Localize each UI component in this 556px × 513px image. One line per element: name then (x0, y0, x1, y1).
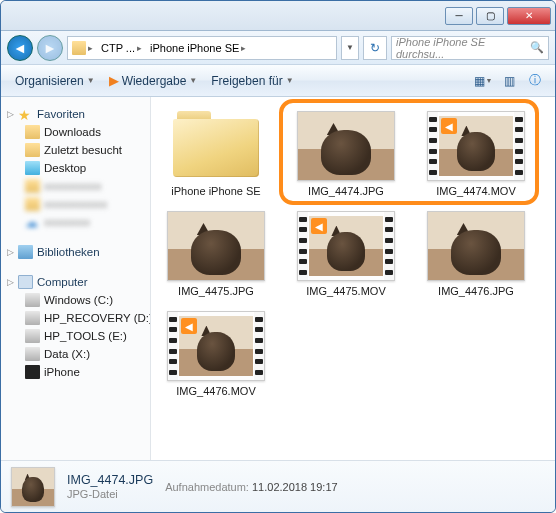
file-folder[interactable]: iPhone iPhone SE (161, 111, 271, 197)
folder-icon (25, 143, 40, 157)
sidebar-blurred-1[interactable]: xxxxxxxxxx (1, 177, 150, 195)
file-img-4474-jpg[interactable]: IMG_4474.JPG (291, 111, 401, 197)
details-thumbnail (11, 467, 55, 507)
thumbnail-video: ◀ (428, 112, 524, 180)
breadcrumb-seg2[interactable]: iPhone iPhone SE▸ (146, 37, 250, 59)
search-icon: 🔍 (530, 41, 544, 54)
folder-icon (25, 197, 40, 211)
large-folder-icon (173, 111, 259, 177)
refresh-button[interactable]: ↻ (363, 36, 387, 60)
play-badge-icon: ◀ (181, 318, 197, 334)
file-img-4474-mov[interactable]: ◀ IMG_4474.MOV (421, 111, 531, 197)
library-icon (18, 245, 33, 259)
details-filetype: JPG-Datei (67, 488, 153, 500)
cloud-icon: ☁ (25, 215, 40, 229)
view-menu[interactable]: ▦▼ (471, 70, 495, 92)
sidebar-desktop[interactable]: Desktop (1, 159, 150, 177)
sidebar-iphone[interactable]: iPhone (1, 363, 150, 381)
organize-menu[interactable]: Organisieren▼ (9, 71, 101, 91)
thumbnail-image (428, 212, 524, 280)
disk-icon (25, 329, 40, 343)
file-label: IMG_4476.MOV (176, 385, 255, 397)
sidebar-drive-x[interactable]: Data (X:) (1, 345, 150, 363)
folder-icon (72, 41, 86, 55)
sidebar: ▷★Favoriten Downloads Zuletzt besucht De… (1, 97, 151, 460)
preview-pane-button[interactable]: ▥ (497, 70, 521, 92)
navbar: ◄ ► ▸ CTP ...▸ iPhone iPhone SE▸ ▼ ↻ iPh… (1, 31, 555, 65)
file-label: iPhone iPhone SE (171, 185, 260, 197)
file-label: IMG_4476.JPG (438, 285, 514, 297)
details-filename: IMG_4474.JPG (67, 473, 153, 487)
file-label: IMG_4474.JPG (308, 185, 384, 197)
file-img-4476-jpg[interactable]: IMG_4476.JPG (421, 211, 531, 297)
search-placeholder: iPhone iPhone SE durchsu... (396, 36, 526, 60)
thumbnail-video: ◀ (298, 212, 394, 280)
sidebar-drive-c[interactable]: Windows (C:) (1, 291, 150, 309)
details-meta: Aufnahmedatum: 11.02.2018 19:17 (165, 481, 337, 493)
file-label: IMG_4475.JPG (178, 285, 254, 297)
playback-button[interactable]: ▶Wiedergabe▼ (103, 70, 204, 91)
maximize-button[interactable]: ▢ (476, 7, 504, 25)
star-icon: ★ (18, 107, 33, 121)
file-img-4475-jpg[interactable]: IMG_4475.JPG (161, 211, 271, 297)
sidebar-drive-d[interactable]: HP_RECOVERY (D:) (1, 309, 150, 327)
thumbnail-image (298, 112, 394, 180)
explorer-window: ─ ▢ ✕ ◄ ► ▸ CTP ...▸ iPhone iPhone SE▸ ▼… (0, 0, 556, 513)
file-img-4475-mov[interactable]: ◀ IMG_4475.MOV (291, 211, 401, 297)
minimize-button[interactable]: ─ (445, 7, 473, 25)
forward-button[interactable]: ► (37, 35, 63, 61)
desktop-icon (25, 161, 40, 175)
disk-icon (25, 293, 40, 307)
sidebar-computer[interactable]: ▷Computer (1, 273, 150, 291)
breadcrumb-dropdown[interactable]: ▼ (341, 36, 359, 60)
thumbnail-video: ◀ (168, 312, 264, 380)
sidebar-drive-e[interactable]: HP_TOOLS (E:) (1, 327, 150, 345)
play-badge-icon: ◀ (441, 118, 457, 134)
search-input[interactable]: iPhone iPhone SE durchsu... 🔍 (391, 36, 549, 60)
folder-icon (25, 179, 40, 193)
breadcrumb[interactable]: ▸ CTP ...▸ iPhone iPhone SE▸ (67, 36, 337, 60)
sidebar-favorites[interactable]: ▷★Favoriten (1, 105, 150, 123)
disk-icon (25, 347, 40, 361)
disk-icon (25, 311, 40, 325)
details-pane: IMG_4474.JPG JPG-Datei Aufnahmedatum: 11… (1, 460, 555, 512)
sidebar-blurred-3[interactable]: ☁xxxxxxxx (1, 213, 150, 231)
help-button[interactable]: ⓘ (523, 70, 547, 92)
folder-icon (25, 125, 40, 139)
back-button[interactable]: ◄ (7, 35, 33, 61)
toolbar: Organisieren▼ ▶Wiedergabe▼ Freigeben für… (1, 65, 555, 97)
content-area[interactable]: iPhone iPhone SE IMG_4474.JPG ◀ IMG_4474… (151, 97, 555, 460)
file-label: IMG_4474.MOV (436, 185, 515, 197)
sidebar-downloads[interactable]: Downloads (1, 123, 150, 141)
sidebar-recent[interactable]: Zuletzt besucht (1, 141, 150, 159)
breadcrumb-seg1[interactable]: CTP ...▸ (97, 37, 146, 59)
close-button[interactable]: ✕ (507, 7, 551, 25)
play-icon: ▶ (109, 73, 119, 88)
body: ▷★Favoriten Downloads Zuletzt besucht De… (1, 97, 555, 460)
sidebar-blurred-2[interactable]: xxxxxxxxxxx (1, 195, 150, 213)
computer-icon (18, 275, 33, 289)
share-menu[interactable]: Freigeben für▼ (205, 71, 299, 91)
file-img-4476-mov[interactable]: ◀ IMG_4476.MOV (161, 311, 271, 397)
sidebar-libraries[interactable]: ▷Bibliotheken (1, 243, 150, 261)
file-label: IMG_4475.MOV (306, 285, 385, 297)
titlebar: ─ ▢ ✕ (1, 1, 555, 31)
thumbnail-image (168, 212, 264, 280)
phone-icon (25, 365, 40, 379)
breadcrumb-root[interactable]: ▸ (68, 37, 97, 59)
play-badge-icon: ◀ (311, 218, 327, 234)
